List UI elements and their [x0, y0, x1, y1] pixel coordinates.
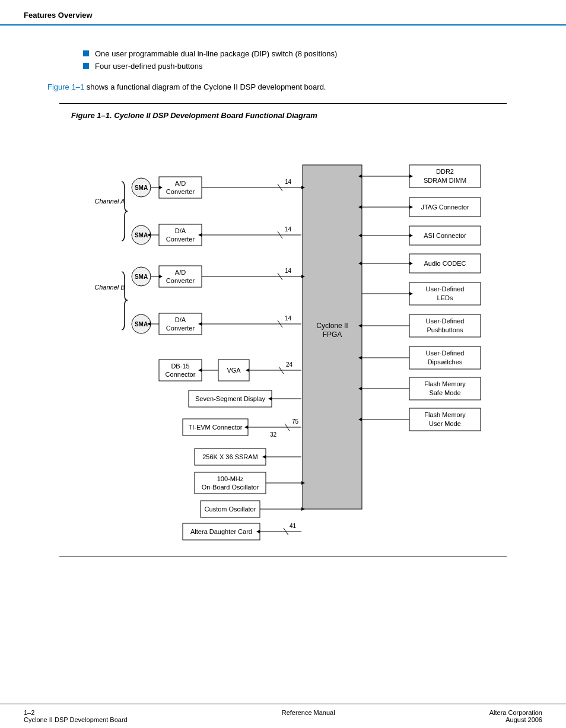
page-footer: 1–2 Cyclone II DSP Development Board Ref…	[0, 704, 566, 728]
svg-text:SDRAM DIMM: SDRAM DIMM	[424, 177, 466, 184]
figure-section: Figure 1–1. Cyclone II DSP Development B…	[59, 103, 507, 557]
svg-text:Flash Memory: Flash Memory	[424, 411, 466, 418]
svg-text:User-Defined: User-Defined	[426, 285, 465, 293]
svg-text:Audio CODEC: Audio CODEC	[424, 260, 466, 267]
page-header: Features Overview	[0, 0, 566, 26]
svg-text:TI-EVM Connector: TI-EVM Connector	[188, 424, 242, 431]
page-content: One user programmable dual in-line packa…	[0, 26, 566, 569]
svg-text:SMA: SMA	[135, 232, 148, 239]
figure-ref-link[interactable]: Figure 1–1	[47, 82, 84, 91]
svg-text:Converter: Converter	[166, 325, 195, 332]
svg-text:Converter: Converter	[166, 188, 195, 195]
footer-company: Altera Corporation	[489, 709, 542, 716]
svg-text:14: 14	[285, 315, 292, 322]
svg-text:32: 32	[270, 431, 277, 438]
svg-text:SMA: SMA	[135, 185, 148, 191]
svg-text:75: 75	[292, 418, 299, 425]
footer-board-name: Cyclone II DSP Development Board	[24, 716, 128, 723]
svg-text:JTAG Connector: JTAG Connector	[421, 204, 469, 211]
svg-text:D/A: D/A	[175, 227, 186, 234]
bullet-text: Four user-defined push-buttons	[95, 62, 202, 71]
svg-text:14: 14	[285, 226, 292, 233]
bullet-icon	[83, 50, 89, 56]
svg-text:LEDs: LEDs	[437, 294, 453, 301]
list-item: One user programmable dual in-line packa…	[83, 49, 519, 58]
svg-text:Converter: Converter	[166, 236, 195, 243]
figure-caption: Figure 1–1. Cyclone II DSP Development B…	[71, 111, 495, 120]
svg-text:Connector: Connector	[166, 371, 196, 378]
svg-text:ASI Connector: ASI Connector	[424, 232, 466, 239]
bullet-text: One user programmable dual in-line packa…	[95, 49, 337, 58]
svg-text:On-Board Oscillator: On-Board Oscillator	[202, 484, 259, 491]
svg-text:FPGA: FPGA	[323, 330, 342, 339]
svg-text:Safe Mode: Safe Mode	[429, 389, 460, 396]
svg-text:A/D: A/D	[175, 269, 186, 276]
footer-right: Altera Corporation August 2006	[489, 709, 542, 723]
svg-text:41: 41	[290, 523, 297, 529]
svg-text:Flash Memory: Flash Memory	[424, 380, 466, 387]
svg-text:Channel A: Channel A	[95, 198, 125, 205]
svg-text:Channel B: Channel B	[94, 284, 125, 291]
intro-paragraph: Figure 1–1 shows a functional diagram of…	[47, 82, 519, 91]
footer-center: Reference Manual	[282, 709, 335, 723]
svg-text:Cyclone II: Cyclone II	[316, 322, 348, 330]
svg-text:User-Defined: User-Defined	[426, 349, 465, 357]
svg-text:Altera Daughter Card: Altera Daughter Card	[190, 528, 252, 535]
bullet-icon	[83, 63, 89, 69]
svg-text:VGA: VGA	[227, 367, 241, 374]
svg-text:100-MHz: 100-MHz	[217, 475, 244, 482]
svg-text:24: 24	[286, 361, 293, 368]
svg-text:A/D: A/D	[175, 180, 186, 187]
svg-text:Dipswitches: Dipswitches	[428, 358, 463, 365]
svg-text:DB-15: DB-15	[171, 363, 189, 370]
svg-text:Custom Oscillator: Custom Oscillator	[205, 506, 256, 513]
footer-date: August 2006	[489, 716, 542, 723]
svg-text:DDR2: DDR2	[436, 168, 454, 175]
page: Features Overview One user programmable …	[0, 0, 566, 728]
svg-text:Converter: Converter	[166, 277, 195, 284]
intro-text-rest: shows a functional diagram of the Cyclon…	[84, 82, 326, 91]
svg-text:SMA: SMA	[135, 321, 148, 328]
svg-text:Seven-Segment Display: Seven-Segment Display	[195, 395, 266, 402]
functional-diagram: Cyclone II FPGA DDR2 SDRAM DIMM JTAG Con…	[71, 129, 566, 545]
svg-text:SMA: SMA	[135, 274, 148, 280]
svg-text:14: 14	[285, 268, 292, 274]
svg-text:User-Defined: User-Defined	[426, 317, 465, 325]
svg-text:256K X 36 SSRAM: 256K X 36 SSRAM	[202, 453, 258, 460]
section-title: Features Overview	[24, 11, 93, 20]
svg-text:14: 14	[285, 179, 292, 185]
bullet-list: One user programmable dual in-line packa…	[83, 49, 519, 71]
diagram-container: Cyclone II FPGA DDR2 SDRAM DIMM JTAG Con…	[71, 129, 566, 545]
svg-text:User Mode: User Mode	[429, 420, 461, 427]
footer-doc-type: Reference Manual	[282, 709, 335, 716]
footer-page-number: 1–2	[24, 709, 128, 716]
svg-text:D/A: D/A	[175, 316, 186, 323]
footer-left: 1–2 Cyclone II DSP Development Board	[24, 709, 128, 723]
list-item: Four user-defined push-buttons	[83, 62, 519, 71]
svg-text:Pushbuttons: Pushbuttons	[427, 326, 463, 333]
